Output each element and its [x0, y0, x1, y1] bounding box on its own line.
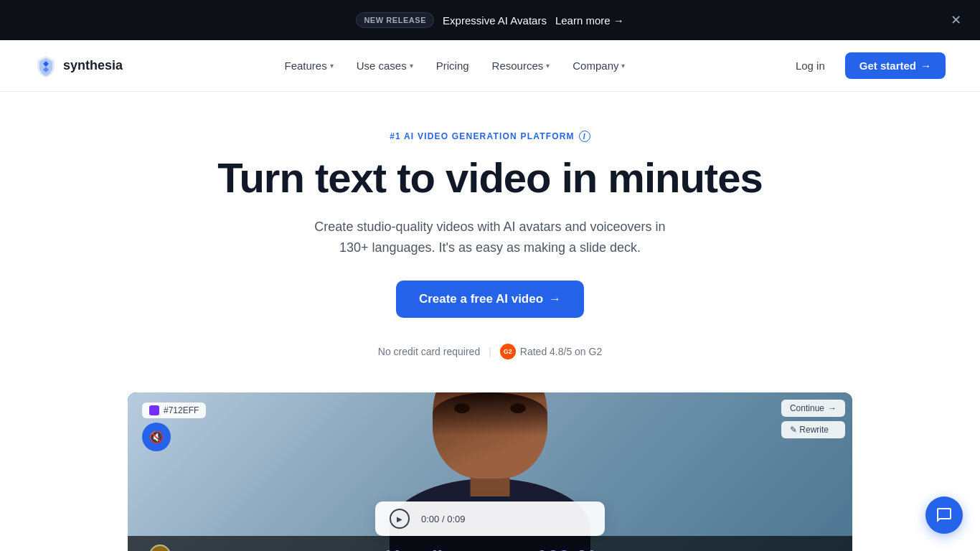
create-ai-video-button[interactable]: Create a free AI video → — [396, 281, 584, 318]
cta-meta: No credit card required | G2 Rated 4.8/5… — [14, 344, 966, 359]
chat-icon — [936, 507, 953, 524]
new-release-badge: NEW RELEASE — [356, 12, 434, 28]
announcement-bar: NEW RELEASE Expressive AI Avatars Learn … — [0, 0, 980, 40]
video-preview: #712EFF 🔇 Continue → ✎ Rewrite ▶ — [128, 392, 852, 551]
nav-pricing[interactable]: Pricing — [426, 54, 479, 77]
no-credit-card-text: No credit card required — [378, 346, 480, 357]
color-swatch-dot — [149, 405, 159, 415]
hero-section: #1 AI VIDEO GENERATION PLATFORM i Turn t… — [0, 92, 980, 381]
nav-features[interactable]: Features ▾ — [274, 54, 343, 77]
nav-resources[interactable]: Resources ▾ — [482, 54, 560, 77]
color-swatch: #712EFF — [142, 402, 206, 418]
hero-subtitle: Create studio-quality videos with AI ava… — [303, 217, 677, 258]
meta-divider: | — [489, 346, 491, 357]
person-hair-top — [433, 392, 547, 435]
right-panel: Continue → ✎ Rewrite — [781, 400, 845, 438]
cta-arrow-icon: → — [549, 292, 561, 306]
announcement-text: Expressive AI Avatars — [443, 14, 547, 27]
learn-more-link[interactable]: Learn more → — [555, 14, 624, 27]
video-controls: ▶ 0:00 / 0:09 — [375, 501, 605, 536]
logo-link[interactable]: synthesia — [34, 55, 123, 77]
g2-rating: G2 Rated 4.8/5 on G2 — [500, 344, 602, 359]
continue-arrow-icon: → — [828, 403, 837, 413]
use-cases-chevron-icon: ▾ — [410, 62, 413, 70]
play-icon: ▶ — [397, 515, 402, 523]
info-icon[interactable]: i — [579, 131, 590, 142]
login-button[interactable]: Log in — [787, 54, 834, 77]
g2-badge-icon: G2 — [500, 344, 516, 359]
hero-title: Turn text to video in minutes — [14, 155, 966, 201]
main-nav: synthesia Features ▾ Use cases ▾ Pricing… — [0, 40, 980, 92]
chat-widget-button[interactable] — [925, 496, 963, 534]
hero-badge: #1 AI VIDEO GENERATION PLATFORM i — [390, 131, 590, 142]
features-chevron-icon: ▾ — [330, 62, 334, 70]
company-chevron-icon: ▾ — [621, 62, 625, 70]
rewrite-button[interactable]: ✎ Rewrite — [781, 421, 845, 438]
get-started-arrow-icon: → — [920, 60, 931, 72]
nav-company[interactable]: Company ▾ — [562, 54, 635, 77]
synthesia-logo-icon — [34, 55, 57, 77]
video-caption: Hey, I'm ... over 160 AI — [128, 536, 852, 551]
video-time: 0:00 / 0:09 — [421, 514, 465, 524]
close-announcement-button[interactable]: ✕ — [946, 10, 966, 30]
continue-button[interactable]: Continue → — [781, 400, 845, 417]
nav-links: Features ▾ Use cases ▾ Pricing Resources… — [274, 54, 635, 77]
get-started-button[interactable]: Get started → — [845, 52, 946, 79]
logo-text: synthesia — [63, 58, 123, 73]
video-container: #712EFF 🔇 Continue → ✎ Rewrite ▶ — [128, 392, 852, 551]
nav-actions: Log in Get started → — [787, 52, 946, 79]
mute-icon: 🔇 — [149, 430, 164, 444]
resources-chevron-icon: ▾ — [546, 62, 550, 70]
g2-rating-text: Rated 4.8/5 on G2 — [520, 346, 602, 357]
nav-use-cases[interactable]: Use cases ▾ — [347, 54, 423, 77]
play-button[interactable]: ▶ — [390, 509, 410, 529]
